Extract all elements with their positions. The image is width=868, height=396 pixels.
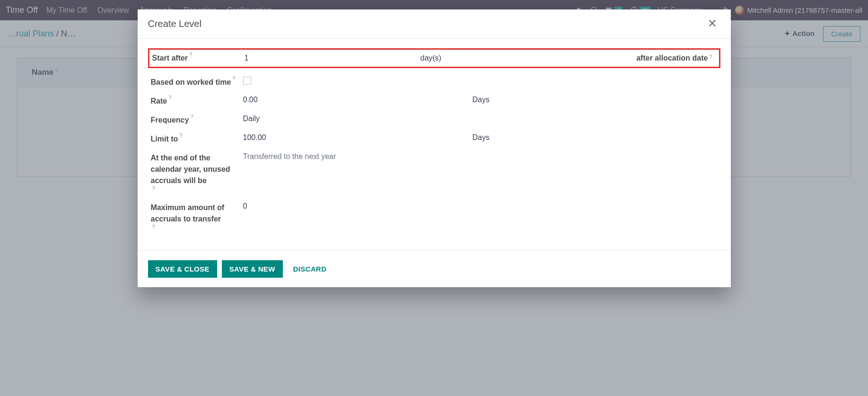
based-on-worked-time-checkbox[interactable] (243, 77, 251, 85)
start-after-label: Start after (152, 53, 188, 64)
discard-button[interactable]: DISCARD (288, 260, 332, 278)
based-on-worked-time-label: Based on worked time (151, 77, 231, 88)
max-transfer-value[interactable]: 0 (243, 202, 247, 210)
max-transfer-row: Maximum amount of accruals to transfer? … (148, 198, 720, 237)
based-on-worked-time-row: Based on worked time? (148, 73, 720, 92)
limit-to-label: Limit to (151, 133, 178, 145)
start-after-suffix: after allocation date (636, 54, 708, 62)
modal-title: Create Level (148, 18, 202, 29)
rate-unit[interactable]: Days (473, 96, 490, 104)
max-transfer-label: Maximum amount of accruals to transfer (151, 202, 238, 225)
limit-to-unit[interactable]: Days (473, 133, 490, 141)
year-end-value[interactable]: Transferred to the next year (243, 152, 336, 160)
frequency-row: Frequency? Daily (148, 111, 720, 130)
close-icon[interactable] (707, 18, 718, 30)
rate-label: Rate (151, 96, 167, 107)
frequency-value[interactable]: Daily (243, 114, 260, 123)
year-end-row: At the end of the calendar year, unused … (148, 149, 720, 198)
rate-value[interactable]: 0.00 (243, 96, 258, 104)
start-after-unit[interactable]: day(s) (420, 54, 441, 62)
frequency-label: Frequency (151, 114, 189, 126)
save-new-button[interactable]: SAVE & NEW (222, 260, 283, 278)
save-close-button[interactable]: SAVE & CLOSE (148, 260, 217, 278)
limit-to-value[interactable]: 100.00 (243, 133, 266, 141)
create-level-modal: Create Level Start after? 1 day(s) after… (138, 9, 731, 287)
limit-to-row: Limit to? 100.00 Days (148, 130, 720, 149)
start-after-row: Start after? 1 day(s) after allocation d… (148, 48, 720, 68)
year-end-label: At the end of the calendar year, unused … (151, 152, 238, 186)
rate-row: Rate? 0.00 Days (148, 92, 720, 111)
start-after-value[interactable]: 1 (245, 54, 249, 62)
